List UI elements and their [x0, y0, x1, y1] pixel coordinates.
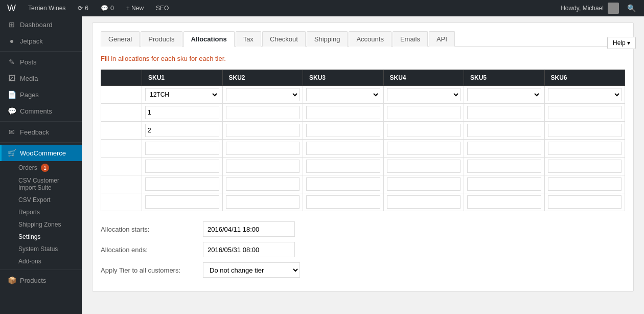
submenu-item-settings[interactable]: Settings: [0, 231, 82, 243]
sidebar-item-pages[interactable]: 📄 Pages: [0, 86, 82, 103]
tier-3-sku2-input[interactable]: [226, 142, 300, 155]
tab-general[interactable]: General: [101, 31, 140, 47]
tab-allocations[interactable]: Allocations: [183, 31, 235, 47]
search-icon[interactable]: 🔍: [623, 4, 640, 12]
tier-3-sku6-input[interactable]: [548, 142, 622, 155]
tier-6-label: Tier 6: [101, 193, 142, 211]
tab-api[interactable]: API: [429, 31, 455, 47]
sidebar-item-feedback[interactable]: ✉ Feedback: [0, 124, 82, 140]
help-button[interactable]: Help ▾: [607, 37, 636, 49]
submenu-item-shipping-zones[interactable]: Shipping Zones: [0, 218, 82, 231]
apply-tier-select[interactable]: Do not change tier Tier 1 Tier 2 Tier 3: [203, 262, 300, 278]
tier-4-sku3-input[interactable]: [306, 160, 380, 173]
comments-item[interactable]: 💬 0: [98, 0, 117, 16]
tier-6-sku4-input[interactable]: [387, 195, 461, 209]
tier-2-sku4-input[interactable]: [387, 124, 461, 137]
new-item[interactable]: + New: [123, 0, 147, 16]
allocation-starts-input[interactable]: [203, 221, 295, 237]
submenu-item-system-status[interactable]: System Status: [0, 243, 82, 255]
tier-5-sku6-input[interactable]: [548, 177, 622, 191]
sku6-select-cell: Option A: [544, 86, 625, 104]
tier-1-row: Tier 1: [101, 104, 625, 122]
sidebar-item-jetpack[interactable]: ● Jetpack: [0, 33, 82, 49]
updates-icon: ⟳: [78, 5, 83, 12]
sidebar-label-woocommerce: WooCommerce: [20, 149, 66, 157]
site-name[interactable]: Terrien Wines: [25, 0, 68, 16]
avatar: [608, 3, 619, 14]
sku3-select[interactable]: Option A: [306, 88, 380, 101]
tier-5-sku2-input[interactable]: [226, 177, 300, 191]
sku4-select[interactable]: Option A: [387, 88, 461, 101]
th-sku4: SKU4: [383, 70, 464, 86]
tier-5-sku4-input[interactable]: [387, 177, 461, 191]
tier-3-sku1-input[interactable]: [145, 142, 219, 155]
tier-6-sku2-input[interactable]: [226, 195, 300, 209]
allocation-ends-row: Allocation ends:: [101, 242, 625, 257]
tab-emails[interactable]: Emails: [393, 31, 428, 47]
sidebar-label-feedback: Feedback: [20, 128, 49, 136]
tab-tax[interactable]: Tax: [236, 31, 261, 47]
tier-5-label: Tier 5: [101, 175, 142, 193]
tier-1-sku5-input[interactable]: [467, 106, 541, 119]
sku3-select-cell: Option A: [303, 86, 384, 104]
seo-item[interactable]: SEO: [153, 0, 172, 16]
updates-item[interactable]: ⟳ 6: [75, 0, 91, 16]
tier-2-sku5-input[interactable]: [467, 124, 541, 137]
tier-3-sku4-input[interactable]: [387, 142, 461, 155]
tier-4-sku5-input[interactable]: [467, 160, 541, 173]
sku6-select[interactable]: Option A: [548, 88, 622, 101]
wp-logo[interactable]: W: [4, 3, 19, 14]
tab-checkout[interactable]: Checkout: [262, 31, 306, 47]
tier-6-sku3-input[interactable]: [306, 195, 380, 209]
sidebar-label-jetpack: Jetpack: [20, 37, 43, 45]
tier-6-sku5-input[interactable]: [467, 195, 541, 209]
tier-2-label: Tier 2: [101, 122, 142, 140]
tier-6-sku6-input[interactable]: [548, 195, 622, 209]
submenu-item-csv-import[interactable]: CSV Customer Import Suite: [0, 174, 82, 194]
tier-4-sku4-input[interactable]: [387, 160, 461, 173]
allocation-ends-input[interactable]: [203, 242, 295, 257]
woocommerce-icon: 🛒: [8, 149, 16, 157]
tab-products[interactable]: Products: [141, 31, 182, 47]
sidebar-item-posts[interactable]: ✎ Posts: [0, 54, 82, 70]
tier-4-sku2-input[interactable]: [226, 160, 300, 173]
tab-accounts[interactable]: Accounts: [349, 31, 391, 47]
tier-2-sku1-input[interactable]: [145, 124, 219, 137]
tier-1-sku1-input[interactable]: [145, 106, 219, 119]
tier-2-sku3-input[interactable]: [306, 124, 380, 137]
tab-shipping[interactable]: Shipping: [307, 31, 348, 47]
tier-5-sku5-input[interactable]: [467, 177, 541, 191]
sidebar-item-comments[interactable]: 💬 Comments: [0, 103, 82, 119]
sku2-select[interactable]: Option A: [226, 88, 300, 101]
sidebar-item-products[interactable]: 📦 Products: [0, 272, 82, 288]
tier-2-sku2-input[interactable]: [226, 124, 300, 137]
tier-3-sku3-input[interactable]: [306, 142, 380, 155]
admin-bar: W Terrien Wines ⟳ 6 💬 0 + New SEO Howdy,…: [0, 0, 644, 16]
sidebar-item-dashboard[interactable]: ⊞ Dashboard: [0, 16, 82, 33]
sidebar-item-woocommerce[interactable]: 🛒 WooCommerce: [0, 145, 82, 161]
tier-2-sku6-input[interactable]: [548, 124, 622, 137]
tier-6-sku5-cell: [464, 193, 545, 211]
sidebar: ⊞ Dashboard ● Jetpack ✎ Posts 🖼 Media 📄 …: [0, 16, 82, 314]
sku1-select[interactable]: 12TCH Option 2: [145, 88, 219, 101]
tier-5-sku1-input[interactable]: [145, 177, 219, 191]
sku5-select[interactable]: Option A: [467, 88, 541, 101]
tier-1-sku4-cell: [383, 104, 464, 122]
tier-5-sku3-input[interactable]: [306, 177, 380, 191]
tier-1-sku2-input[interactable]: [226, 106, 300, 119]
submenu-item-add-ons[interactable]: Add-ons: [0, 255, 82, 267]
tier-3-sku5-input[interactable]: [467, 142, 541, 155]
th-sku1: SKU1: [142, 70, 223, 86]
tier-4-sku6-input[interactable]: [548, 160, 622, 173]
submenu-item-csv-export[interactable]: CSV Export: [0, 194, 82, 206]
tier-6-sku1-input[interactable]: [145, 195, 219, 209]
tier-1-sku4-input[interactable]: [387, 106, 461, 119]
submenu-item-reports[interactable]: Reports: [0, 206, 82, 218]
sku2-select-cell: Option A: [222, 86, 303, 104]
sidebar-item-media[interactable]: 🖼 Media: [0, 70, 82, 86]
tier-1-sku6-input[interactable]: [548, 106, 622, 119]
tier-4-sku1-input[interactable]: [145, 160, 219, 173]
tier-1-sku3-input[interactable]: [306, 106, 380, 119]
submenu-item-orders[interactable]: Orders 1: [0, 161, 82, 174]
sidebar-label-posts: Posts: [20, 58, 37, 66]
